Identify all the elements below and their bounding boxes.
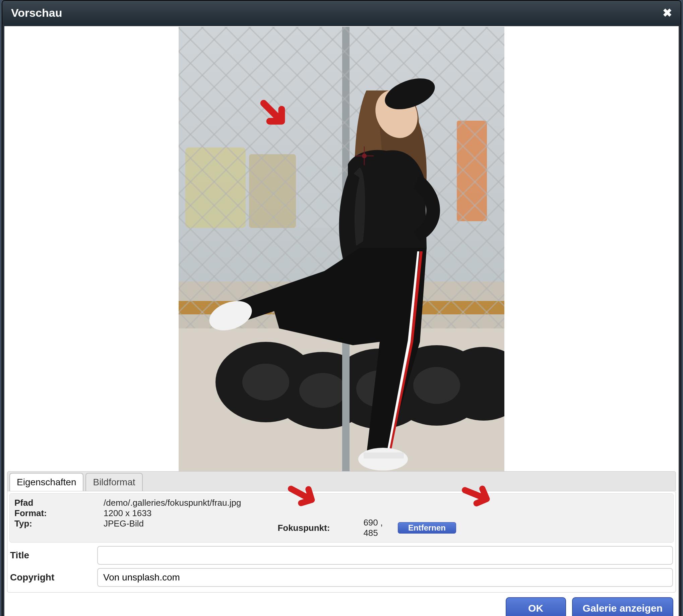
format-label: Format: [15, 508, 102, 519]
format-value: 1200 x 1633 [104, 508, 530, 519]
title-row: Title [10, 546, 673, 565]
svg-point-24 [358, 448, 408, 470]
copyright-label: Copyright [10, 572, 97, 583]
show-gallery-button[interactable]: Galerie anzeigen [572, 597, 673, 616]
tabs-bar: Eigenschaften Bildformat [7, 471, 676, 491]
dialog-button-row: OK Galerie anzeigen [7, 593, 676, 616]
ok-button[interactable]: OK [506, 597, 566, 616]
svg-point-16 [242, 364, 289, 400]
dialog-title: Vorschau [11, 6, 62, 19]
lower-panel: Eigenschaften Bildformat Pfad /demo/.gal… [4, 471, 679, 616]
dialog-body: ➜ Eigenschaften Bildformat Pfad /demo/.g… [2, 24, 681, 616]
svg-point-17 [299, 373, 346, 408]
remove-focuspoint-button[interactable]: Entfernen [398, 522, 456, 533]
focuspoint-label: Fokuspunkt: [278, 523, 330, 533]
dialog-titlebar[interactable]: Vorschau ✖ [2, 1, 681, 24]
svg-rect-25 [363, 453, 404, 459]
properties-panel: Pfad /demo/.galleries/fokuspunkt/frau.jp… [7, 491, 676, 593]
image-preview-area: ➜ [4, 26, 679, 471]
title-label: Title [10, 550, 97, 561]
file-info-box: Pfad /demo/.galleries/fokuspunkt/frau.jp… [9, 493, 674, 543]
copyright-row: Copyright [10, 568, 673, 587]
copyright-input[interactable] [97, 568, 673, 587]
tab-image-format[interactable]: Bildformat [85, 473, 142, 491]
tab-properties[interactable]: Eigenschaften [9, 473, 84, 491]
focuspoint-value: 690 , 485 [363, 518, 398, 538]
title-input[interactable] [97, 546, 673, 565]
close-icon[interactable]: ✖ [663, 6, 672, 19]
svg-point-19 [413, 367, 460, 404]
path-value: /demo/.galleries/fokuspunkt/frau.jpg [104, 498, 530, 508]
path-label: Pfad [15, 498, 102, 508]
preview-image[interactable] [179, 27, 504, 471]
preview-dialog: Vorschau ✖ [2, 0, 681, 616]
